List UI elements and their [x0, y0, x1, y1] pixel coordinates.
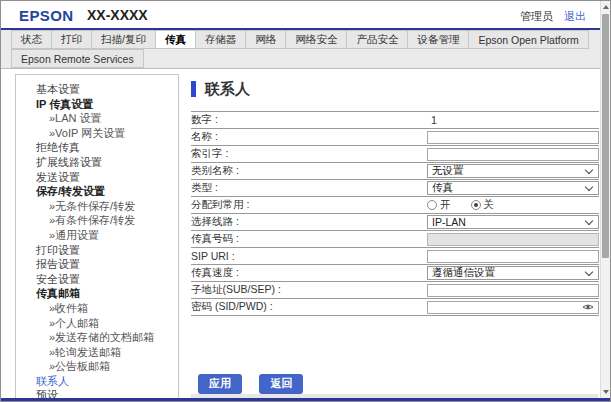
form-row-category-name: 类别名称 :无设置 — [191, 163, 599, 180]
sidebar-item-contacts[interactable]: 联系人 — [16, 374, 178, 389]
form-row-sip-uri: SIP URI : — [191, 248, 599, 265]
tab-bar: 状态打印扫描/复印传真存储器网络网络安全产品安全设备管理Epson Open P… — [1, 30, 610, 69]
sidebar-item-print-settings[interactable]: 打印设置 — [16, 243, 178, 258]
chevron-down-icon — [585, 267, 593, 275]
sidebar-item-stored-documents-box[interactable]: »发送存储的文档邮箱 — [16, 330, 178, 345]
assign-to-frequent-radio-label-1: 关 — [484, 198, 495, 212]
number-control: 1 — [427, 112, 599, 128]
scroll-up-arrow-icon[interactable] — [601, 2, 610, 12]
name-label: 名称 : — [191, 130, 427, 144]
tab-epson-remote-services[interactable]: Epson Remote Services — [11, 49, 144, 68]
fax-speed-selected-value: 遵循通信设置 — [432, 266, 495, 280]
sidebar-item-extension-line-settings[interactable]: 扩展线路设置 — [16, 155, 178, 170]
select-line-selected-value: IP-LAN — [432, 216, 466, 228]
tab-fax[interactable]: 传真 — [155, 30, 196, 49]
header: EPSON XX-XXXX 管理员 退出 — [1, 1, 610, 28]
sidebar-item-ip-fax-settings[interactable]: IP 传真设置 — [16, 97, 178, 112]
form-row-number: 数字 :1 — [191, 112, 599, 129]
password-label: 密码 (SID/PWD) : — [191, 300, 427, 314]
sip-uri-input[interactable] — [427, 250, 599, 263]
tab-device-management[interactable]: 设备管理 — [407, 30, 469, 49]
assign-to-frequent-control: 开关 — [427, 197, 599, 213]
radio-button-icon[interactable] — [471, 200, 481, 210]
sidebar-item-save-forward-settings[interactable]: 保存/转发设置 — [16, 184, 178, 199]
button-row: 应用 返回 — [191, 373, 597, 394]
subaddress-label: 子地址(SUB/SEP) : — [191, 283, 427, 297]
assign-to-frequent-label: 分配到常用 : — [191, 198, 427, 212]
tab-status[interactable]: 状态 — [11, 30, 52, 49]
eye-icon[interactable] — [582, 303, 594, 312]
page-title: 联系人 — [191, 79, 597, 99]
scroll-down-arrow-icon[interactable] — [601, 387, 610, 397]
sidebar-item-polling-send-box[interactable]: »轮询发送邮箱 — [16, 345, 178, 360]
tab-row-2: Epson Remote Services — [11, 49, 610, 68]
user-role-label: 管理员 — [520, 10, 553, 22]
index-word-input[interactable] — [427, 148, 599, 161]
index-word-label: 索引字 : — [191, 147, 427, 161]
sidebar-item-lan-settings[interactable]: »LAN 设置 — [16, 111, 178, 126]
fax-speed-select[interactable]: 遵循通信设置 — [427, 266, 599, 280]
index-word-control — [427, 146, 599, 162]
tab-epson-open-platform[interactable]: Epson Open Platform — [468, 30, 588, 49]
type-selected-value: 传真 — [432, 181, 453, 195]
subaddress-input[interactable] — [427, 284, 599, 297]
form-row-fax-number: 传真号码 : — [191, 231, 599, 248]
sidebar-item-basic-settings[interactable]: 基本设置 — [16, 82, 178, 97]
assign-to-frequent-radio-0[interactable]: 开 — [427, 198, 451, 212]
content-area: 基本设置IP 传真设置»LAN 设置»VoIP 网关设置拒绝传真扩展线路设置发送… — [1, 69, 610, 400]
chevron-down-icon — [585, 182, 593, 190]
sidebar-item-board-box[interactable]: »公告板邮箱 — [16, 359, 178, 374]
tab-network[interactable]: 网络 — [245, 30, 286, 49]
sidebar-item-unconditional-save-forward[interactable]: »无条件保存/转发 — [16, 199, 178, 214]
vertical-scrollbar[interactable] — [600, 1, 610, 398]
tab-product-security[interactable]: 产品安全 — [346, 30, 408, 49]
form-row-password: 密码 (SID/PWD) : — [191, 299, 599, 316]
fax-number-label: 传真号码 : — [191, 232, 427, 246]
tab-network-security[interactable]: 网络安全 — [285, 30, 347, 49]
form-row-fax-speed: 传真速度 :遵循通信设置 — [191, 265, 599, 282]
category-name-control: 无设置 — [427, 163, 599, 179]
fax-number-input — [427, 233, 599, 246]
form-row-assign-to-frequent: 分配到常用 :开关 — [191, 197, 599, 214]
tab-row-1: 状态打印扫描/复印传真存储器网络网络安全产品安全设备管理Epson Open P… — [11, 30, 610, 49]
type-control: 传真 — [427, 180, 599, 196]
name-control — [427, 129, 599, 145]
logout-link[interactable]: 退出 — [564, 10, 586, 22]
sidebar-item-reject-fax[interactable]: 拒绝传真 — [16, 140, 178, 155]
back-button[interactable]: 返回 — [259, 374, 303, 394]
select-line-label: 选择线路 : — [191, 215, 427, 229]
epson-logo: EPSON — [19, 7, 74, 24]
type-select[interactable]: 传真 — [427, 181, 599, 195]
sidebar-item-inbox[interactable]: »收件箱 — [16, 301, 178, 316]
sidebar-item-conditional-save-forward[interactable]: »有条件保存/转发 — [16, 213, 178, 228]
tab-scan-copy[interactable]: 扫描/复印 — [91, 30, 156, 49]
form-row-index-word: 索引字 : — [191, 146, 599, 163]
radio-button-icon[interactable] — [427, 200, 437, 210]
sidebar-item-personal-box[interactable]: »个人邮箱 — [16, 316, 178, 331]
type-label: 类型 : — [191, 181, 427, 195]
password-input[interactable] — [427, 301, 599, 314]
apply-button[interactable]: 应用 — [198, 374, 242, 394]
sip-uri-label: SIP URI : — [191, 250, 427, 262]
sidebar-item-common-settings[interactable]: »通用设置 — [16, 228, 178, 243]
form-row-subaddress: 子地址(SUB/SEP) : — [191, 282, 599, 299]
assign-to-frequent-radio-1[interactable]: 关 — [471, 198, 495, 212]
sidebar-item-voip-gateway-settings[interactable]: »VoIP 网关设置 — [16, 126, 178, 141]
select-line-control: IP-LAN — [427, 214, 599, 230]
sidebar-item-report-settings[interactable]: 报告设置 — [16, 257, 178, 272]
name-input[interactable] — [427, 131, 599, 144]
sidebar-item-fax-box[interactable]: 传真邮箱 — [16, 286, 178, 301]
page-title-text: 联系人 — [205, 80, 250, 99]
fax-number-control — [427, 231, 599, 247]
select-line-select[interactable]: IP-LAN — [427, 215, 599, 229]
scrollbar-thumb[interactable] — [602, 14, 609, 258]
category-name-select[interactable]: 无设置 — [427, 164, 599, 178]
chevron-down-icon — [585, 165, 593, 173]
tab-print[interactable]: 打印 — [51, 30, 92, 49]
header-user-area: 管理员 退出 — [520, 9, 586, 24]
sidebar-item-security-settings[interactable]: 安全设置 — [16, 272, 178, 287]
model-name: XX-XXXX — [87, 7, 148, 23]
sidebar-item-send-settings[interactable]: 发送设置 — [16, 170, 178, 185]
tab-storage[interactable]: 存储器 — [195, 30, 247, 49]
sidebar: 基本设置IP 传真设置»LAN 设置»VoIP 网关设置拒绝传真扩展线路设置发送… — [15, 74, 179, 400]
